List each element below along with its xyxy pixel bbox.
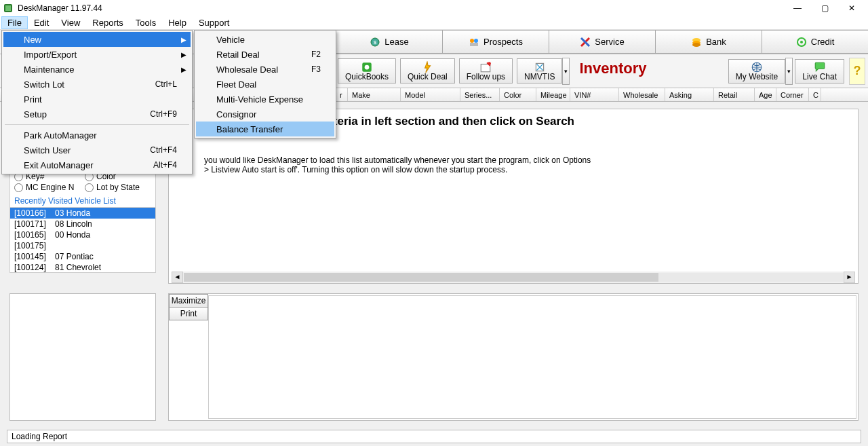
mywebsite-dropdown-icon[interactable]: ▾: [785, 58, 793, 85]
svg-point-11: [800, 41, 803, 43]
scroll-left-icon[interactable]: ◄: [172, 272, 183, 283]
column-header[interactable]: Retail: [714, 88, 755, 101]
svg-point-9: [692, 43, 701, 47]
new-menu-multi-vehicle-expense[interactable]: Multi-Vehicle Expense: [196, 92, 334, 107]
report-preview-area: [208, 295, 856, 419]
minimize-button[interactable]: ―: [784, 1, 811, 16]
mywebsite-icon: [751, 61, 763, 71]
column-header[interactable]: VIN#: [570, 88, 619, 101]
maximize-button[interactable]: Maximize: [169, 294, 208, 308]
recent-vehicle-row[interactable]: [100175]: [10, 240, 155, 251]
new-menu-balance-transfer[interactable]: Balance Transfer: [196, 122, 334, 136]
recent-vehicle-list[interactable]: [100166] 03 Honda[100171] 08 Lincoln[100…: [9, 208, 156, 273]
bank-icon: [691, 37, 702, 48]
file-menu-maintenance[interactable]: Maintenance▶: [3, 62, 191, 77]
placeholder-hint-1: you would like DeskManager to load this …: [204, 155, 850, 165]
recent-vehicle-row[interactable]: [100171] 08 Lincoln: [10, 219, 155, 229]
menu-support[interactable]: Support: [193, 16, 236, 29]
file-menu-print[interactable]: Print: [3, 92, 191, 107]
placeholder-hint-2: > Listview Auto start is off'. Turning t…: [204, 165, 850, 174]
status-text: Loading Report: [12, 432, 67, 441]
lease-icon: $: [370, 37, 380, 48]
svg-point-5: [474, 39, 478, 43]
prospects-icon: [469, 37, 479, 48]
new-menu-wholesale-deal[interactable]: Wholesale DealF3: [196, 62, 334, 77]
column-header[interactable]: Wholesale: [619, 88, 665, 101]
livechat-icon: [814, 61, 826, 71]
status-bar: Loading Report: [7, 430, 861, 443]
search-by-radio[interactable]: MC Engine N: [14, 183, 81, 192]
nmvtis-dropdown-icon[interactable]: ▾: [562, 58, 570, 85]
tab-bank[interactable]: Bank: [655, 30, 762, 54]
file-menu-new[interactable]: New▶: [3, 32, 191, 47]
menu-file[interactable]: File: [1, 16, 28, 29]
title-bar: DeskManager 11.97.44 ― ▢ ✕: [0, 0, 868, 16]
quickbooks-button[interactable]: QuickBooks: [338, 58, 396, 83]
new-menu-consignor[interactable]: Consignor: [196, 107, 334, 122]
bottom-left-panel: [9, 293, 156, 421]
menu-bar: FileEditViewReportsToolsHelpSupport: [0, 16, 868, 30]
new-menu-vehicle[interactable]: Vehicle: [196, 32, 334, 47]
column-header[interactable]: Model: [401, 88, 460, 101]
recent-vehicle-row[interactable]: [100166] 03 Honda: [10, 208, 155, 219]
column-header[interactable]: Make: [348, 88, 401, 101]
column-header[interactable]: C: [809, 88, 821, 101]
tab-prospects[interactable]: Prospects: [442, 30, 549, 54]
file-menu-switch-user[interactable]: Switch UserCtrl+F4: [3, 143, 191, 157]
file-menu-exit-automanager[interactable]: Exit AutoManagerAlt+F4: [3, 157, 191, 172]
menu-reports[interactable]: Reports: [86, 16, 130, 29]
search-by-radio[interactable]: Lot by State: [85, 183, 151, 192]
menu-tools[interactable]: Tools: [130, 16, 162, 29]
recent-vehicle-row[interactable]: [100124] 81 Chevrolet: [10, 262, 155, 273]
scroll-thumb[interactable]: [184, 273, 658, 282]
column-header[interactable]: r: [336, 88, 348, 101]
search-criteria-panel: Key#ColorMC Engine NLot by State Recentl…: [9, 167, 156, 273]
tab-credit[interactable]: Credit: [762, 30, 868, 54]
column-header[interactable]: Corner: [776, 88, 809, 101]
submenu-arrow-icon: ▶: [181, 66, 186, 73]
followups-button[interactable]: Follow ups: [459, 58, 513, 83]
livechat-button[interactable]: Live Chat: [795, 59, 844, 83]
horizontal-scrollbar[interactable]: ◄ ►: [172, 272, 855, 283]
help-button[interactable]: ?: [849, 58, 865, 85]
print-button[interactable]: Print: [169, 307, 208, 320]
menu-help[interactable]: Help: [162, 16, 193, 29]
svg-rect-6: [470, 43, 478, 46]
section-title: Inventory: [570, 54, 726, 88]
column-header[interactable]: Asking: [665, 88, 714, 101]
submenu-arrow-icon: ▶: [181, 36, 186, 43]
recent-vehicle-row[interactable]: [100145] 07 Pontiac: [10, 251, 155, 262]
svg-text:$: $: [374, 39, 377, 45]
nmvtis-button[interactable]: NMVTIS: [517, 58, 562, 83]
column-header[interactable]: Mileage: [536, 88, 570, 101]
file-menu-switch-lot[interactable]: Switch LotCtrl+L: [3, 77, 191, 92]
file-menu-setup[interactable]: SetupCtrl+F9: [3, 107, 191, 122]
menu-edit[interactable]: Edit: [28, 16, 55, 29]
submenu-arrow-icon: ▶: [181, 51, 186, 58]
new-menu-retail-deal[interactable]: Retail DealF2: [196, 47, 334, 62]
file-new-submenu: VehicleRetail DealF2Wholesale DealF3Flee…: [194, 30, 336, 138]
nmvtis-icon: [534, 61, 546, 71]
close-button[interactable]: ✕: [838, 1, 865, 16]
quickdeal-button[interactable]: Quick Deal: [400, 58, 455, 83]
svg-point-4: [470, 39, 474, 43]
app-icon: [3, 3, 14, 14]
menu-view[interactable]: View: [55, 16, 86, 29]
bottom-right-panel: MaximizePrint: [168, 293, 859, 421]
file-menu-park-automanager[interactable]: Park AutoManager: [3, 128, 191, 143]
column-header[interactable]: Age: [755, 88, 776, 101]
column-header[interactable]: Color: [500, 88, 536, 101]
mywebsite-button[interactable]: My Website: [728, 59, 785, 83]
quickdeal-icon: [421, 61, 433, 71]
tab-lease[interactable]: $Lease: [336, 30, 443, 54]
maximize-button[interactable]: ▢: [811, 1, 838, 16]
new-menu-fleet-deal[interactable]: Fleet Deal: [196, 77, 334, 92]
quickbooks-icon: [361, 61, 373, 71]
tab-service[interactable]: Service: [549, 30, 656, 54]
recent-vehicle-row[interactable]: [100165] 00 Honda: [10, 229, 155, 240]
file-menu-dropdown: New▶Import/Export▶Maintenance▶Switch Lot…: [1, 30, 193, 174]
window-title: DeskManager 11.97.44: [18, 3, 784, 13]
scroll-right-icon[interactable]: ►: [844, 272, 855, 283]
column-header[interactable]: Series...: [460, 88, 500, 101]
file-menu-import-export[interactable]: Import/Export▶: [3, 47, 191, 62]
